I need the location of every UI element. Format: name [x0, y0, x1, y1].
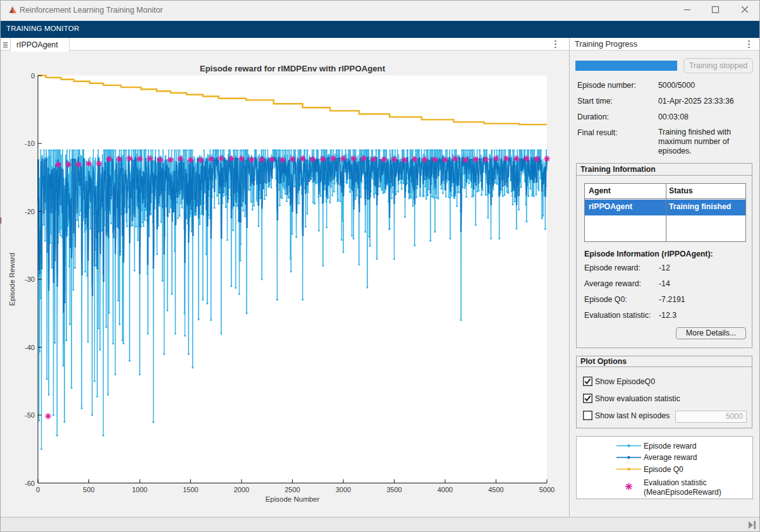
- svg-text:5000: 5000: [539, 486, 555, 493]
- svg-text:Episode Reward: Episode Reward: [8, 253, 16, 306]
- svg-text:-50: -50: [25, 411, 35, 419]
- svg-text:0: 0: [31, 72, 35, 80]
- svg-text:500: 500: [83, 486, 94, 493]
- svg-text:4500: 4500: [488, 486, 503, 493]
- svg-text:3000: 3000: [336, 486, 351, 493]
- svg-text:1500: 1500: [183, 486, 198, 493]
- svg-text:Episode Number: Episode Number: [266, 495, 320, 503]
- svg-text:-40: -40: [25, 344, 35, 351]
- svg-text:0: 0: [36, 486, 40, 493]
- svg-text:1000: 1000: [132, 486, 147, 493]
- svg-text:-20: -20: [25, 208, 35, 215]
- svg-text:2000: 2000: [234, 486, 249, 493]
- svg-text:3500: 3500: [386, 486, 401, 493]
- svg-text:-30: -30: [25, 275, 35, 283]
- svg-text:2500: 2500: [285, 486, 300, 493]
- svg-text:Episode reward for rlMDPEnv wi: Episode reward for rlMDPEnv with rlPPOAg…: [200, 64, 386, 73]
- svg-text:-10: -10: [25, 140, 35, 147]
- svg-text:4000: 4000: [438, 486, 453, 493]
- svg-text:-60: -60: [25, 480, 35, 487]
